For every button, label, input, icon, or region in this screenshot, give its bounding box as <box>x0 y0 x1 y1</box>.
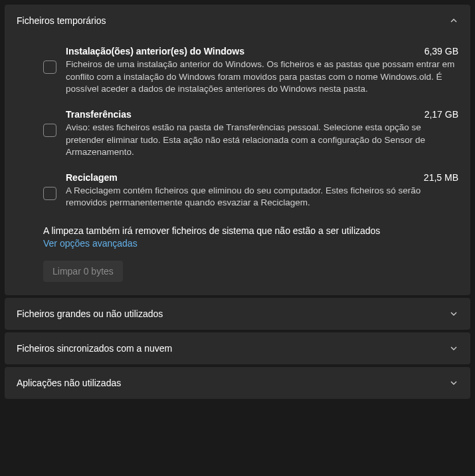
cleanup-item-desc: Ficheiros de uma instalação anterior do … <box>66 59 458 96</box>
section-unused-apps: Aplicações não utilizadas <box>5 367 470 399</box>
cleanup-item: Reciclagem 21,5 MB A Reciclagem contém f… <box>17 163 458 213</box>
cleanup-item: Transferências 2,17 GB Aviso: estes fich… <box>17 100 458 163</box>
section-title: Ficheiros temporários <box>17 15 106 26</box>
cleanup-item-size: 21,5 MB <box>424 172 458 183</box>
section-header-unused-apps[interactable]: Aplicações não utilizadas <box>5 367 470 399</box>
cleanup-note: A limpeza também irá remover ficheiros d… <box>43 225 458 236</box>
checkbox-downloads[interactable] <box>43 124 56 137</box>
cleanup-item-title: Instalação(ões) anterior(es) do Windows <box>66 46 244 57</box>
section-cloud-synced: Ficheiros sincronizados com a nuvem <box>5 332 470 364</box>
section-title: Ficheiros grandes ou não utilizados <box>17 308 163 319</box>
chevron-down-icon <box>449 309 458 318</box>
cleanup-item-content: Reciclagem 21,5 MB A Reciclagem contém f… <box>66 172 458 209</box>
cleanup-footer: A limpeza também irá remover ficheiros d… <box>17 213 458 282</box>
checkbox-previous-windows[interactable] <box>43 60 56 74</box>
cleanup-item-desc: A Reciclagem contém ficheiros que elimin… <box>66 185 458 209</box>
chevron-down-icon <box>449 378 458 388</box>
advanced-options-link[interactable]: Ver opções avançadas <box>43 238 138 249</box>
section-large-files: Ficheiros grandes ou não utilizados <box>5 298 470 330</box>
cleanup-item-desc: Aviso: estes ficheiros estão na pasta de… <box>66 122 458 159</box>
cleanup-item: Instalação(ões) anterior(es) do Windows … <box>17 37 458 100</box>
checkbox-recycle-bin[interactable] <box>43 187 56 200</box>
clean-button[interactable]: Limpar 0 bytes <box>43 261 123 282</box>
cleanup-item-title: Reciclagem <box>66 172 118 183</box>
section-body-temporary-files: Instalação(ões) anterior(es) do Windows … <box>5 37 470 295</box>
chevron-up-icon <box>449 16 458 25</box>
cleanup-item-size: 6,39 GB <box>425 46 458 57</box>
cleanup-item-content: Transferências 2,17 GB Aviso: estes fich… <box>66 109 458 159</box>
cleanup-item-title: Transferências <box>66 109 132 120</box>
section-title: Ficheiros sincronizados com a nuvem <box>17 343 172 354</box>
cleanup-item-content: Instalação(ões) anterior(es) do Windows … <box>66 46 458 96</box>
section-header-temporary-files[interactable]: Ficheiros temporários <box>5 5 470 37</box>
chevron-down-icon <box>449 344 458 353</box>
section-header-cloud-synced[interactable]: Ficheiros sincronizados com a nuvem <box>5 332 470 364</box>
cleanup-item-size: 2,17 GB <box>425 109 458 120</box>
section-title: Aplicações não utilizadas <box>17 378 121 388</box>
section-temporary-files: Ficheiros temporários Instalação(ões) an… <box>5 5 470 295</box>
section-header-large-files[interactable]: Ficheiros grandes ou não utilizados <box>5 298 470 330</box>
